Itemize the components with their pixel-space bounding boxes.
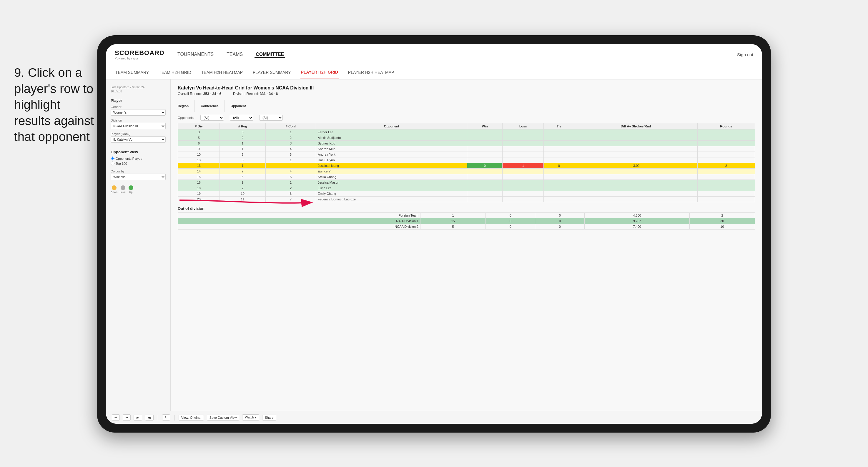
tab-team-summary[interactable]: TEAM SUMMARY bbox=[115, 65, 150, 79]
redo-button[interactable]: ↪ bbox=[123, 414, 131, 421]
table-cell: 1 bbox=[502, 163, 544, 168]
conference-select[interactable]: (All) bbox=[230, 115, 253, 121]
legend-up-text: Up bbox=[129, 191, 133, 194]
table-cell bbox=[544, 135, 575, 141]
table-cell bbox=[575, 185, 698, 191]
table-cell bbox=[698, 185, 755, 191]
tablet-screen: SCOREBOARD Powered by clippi TOURNAMENTS… bbox=[106, 44, 762, 424]
nav-teams[interactable]: TEAMS bbox=[225, 52, 244, 58]
player-section-title: Player bbox=[111, 98, 166, 103]
player-rank-label: Player (Rank) bbox=[111, 132, 166, 136]
region-select[interactable]: (All) bbox=[200, 115, 224, 121]
ood-table-row[interactable]: Foreign Team1004.5002 bbox=[178, 213, 755, 218]
toolbar-sep-2 bbox=[174, 415, 175, 421]
table-cell bbox=[575, 129, 698, 135]
table-cell: 7 bbox=[266, 196, 316, 202]
share-button[interactable]: Share bbox=[262, 415, 276, 421]
ood-table-cell: NAIA Division 1 bbox=[178, 218, 421, 224]
refresh-button[interactable]: ↻ bbox=[162, 414, 170, 421]
opponents-played-radio[interactable] bbox=[111, 157, 115, 160]
view-original-label: View: Original bbox=[181, 416, 201, 419]
table-row[interactable]: 131Jessica Huang010-3.002 bbox=[178, 163, 755, 168]
table-row[interactable]: 613Sydney Kuo bbox=[178, 141, 755, 146]
table-row[interactable]: 331Esther Lee bbox=[178, 129, 755, 135]
table-cell: Esther Lee bbox=[316, 129, 467, 135]
gender-select[interactable]: Women's bbox=[111, 109, 166, 116]
table-row[interactable]: 522Alexis Sudjianto bbox=[178, 135, 755, 141]
step-back-button[interactable]: ⏮ bbox=[133, 415, 142, 421]
tab-player-h2h-grid[interactable]: PLAYER H2H GRID bbox=[301, 65, 339, 79]
table-row[interactable]: 1331Haeju Hyun bbox=[178, 157, 755, 163]
ood-table-cell: 9.267 bbox=[585, 218, 689, 224]
logo-subtitle: Powered by clippi bbox=[115, 57, 164, 60]
table-row[interactable]: 1585Stella Chang bbox=[178, 174, 755, 180]
ood-table-row[interactable]: NCAA Division 25007.40010 bbox=[178, 224, 755, 229]
save-custom-view-button[interactable]: Save Custom View bbox=[207, 415, 240, 421]
table-cell bbox=[467, 157, 502, 163]
table-row[interactable]: 1822Euna Lee bbox=[178, 185, 755, 191]
sidebar-timestamp: Last Updated: 27/03/2024 16:55:38 bbox=[111, 85, 166, 94]
table-cell bbox=[467, 174, 502, 180]
filter-divider-2 bbox=[224, 100, 225, 112]
table-cell: 1 bbox=[220, 163, 266, 168]
table-cell bbox=[698, 174, 755, 180]
tab-player-h2h-heatmap[interactable]: PLAYER H2H HEATMAP bbox=[347, 65, 395, 79]
table-cell bbox=[502, 191, 544, 196]
nav-committee[interactable]: COMMITTEE bbox=[254, 52, 285, 58]
colour-by-select[interactable]: Win/loss bbox=[111, 174, 166, 180]
table-cell bbox=[467, 191, 502, 196]
tab-player-summary[interactable]: PLAYER SUMMARY bbox=[252, 65, 291, 79]
table-cell: 2 bbox=[266, 185, 316, 191]
filter-divider-1 bbox=[194, 100, 195, 112]
opponents-played-option[interactable]: Opponents Played bbox=[111, 157, 166, 160]
ood-table-cell: 0 bbox=[535, 218, 585, 224]
overall-record-value: 353 - 34 - 6 bbox=[203, 92, 221, 96]
table-row[interactable]: 1063Andrea York bbox=[178, 152, 755, 157]
table-cell: Federica Domecq Lacroze bbox=[316, 196, 467, 202]
table-cell: 15 bbox=[178, 174, 220, 180]
table-cell bbox=[502, 152, 544, 157]
tab-team-h2h-heatmap[interactable]: TEAM H2H HEATMAP bbox=[201, 65, 243, 79]
watch-button[interactable]: Watch ▾ bbox=[242, 414, 259, 421]
tab-team-h2h-grid[interactable]: TEAM H2H GRID bbox=[158, 65, 192, 79]
nav-tournaments[interactable]: TOURNAMENTS bbox=[176, 52, 215, 58]
table-cell bbox=[467, 180, 502, 185]
logo-title: SCOREBOARD bbox=[115, 49, 164, 57]
table-row[interactable]: 19106Emily Chang bbox=[178, 191, 755, 196]
records-row: Overall Record: 353 - 34 - 6 Division Re… bbox=[178, 92, 755, 96]
step-fwd-button[interactable]: ⏭ bbox=[145, 415, 154, 421]
top-100-option[interactable]: Top 100 bbox=[111, 161, 166, 165]
legend-down: Down bbox=[111, 185, 117, 194]
col-reg: # Reg bbox=[220, 123, 266, 129]
table-row[interactable]: 1474Eunice Yi bbox=[178, 168, 755, 174]
table-row[interactable]: 1691Jessica Mason bbox=[178, 180, 755, 185]
table-cell: 3 bbox=[266, 152, 316, 157]
table-cell bbox=[502, 196, 544, 202]
instruction-body: Click on a player's row to highlight res… bbox=[14, 66, 94, 144]
opponents-played-label: Opponents Played bbox=[116, 157, 143, 160]
opponent-select[interactable]: (All) bbox=[259, 115, 283, 121]
table-cell: Haeju Hyun bbox=[316, 157, 467, 163]
division-select[interactable]: NCAA Division III bbox=[111, 123, 166, 129]
nav-links: TOURNAMENTS TEAMS COMMITTEE bbox=[176, 52, 731, 58]
undo-button[interactable]: ↩ bbox=[112, 414, 120, 421]
table-cell: Jessica Huang bbox=[316, 163, 467, 168]
sign-out-button[interactable]: Sign out bbox=[731, 52, 753, 57]
ood-table-cell: 15 bbox=[421, 218, 486, 224]
table-row[interactable]: 914Sharon Mun bbox=[178, 146, 755, 152]
top-100-radio[interactable] bbox=[111, 161, 115, 165]
table-cell bbox=[575, 180, 698, 185]
table-cell: 3 bbox=[178, 129, 220, 135]
table-cell bbox=[502, 180, 544, 185]
table-cell: 13 bbox=[178, 157, 220, 163]
table-row[interactable]: 20117Federica Domecq Lacroze bbox=[178, 196, 755, 202]
table-cell bbox=[698, 152, 755, 157]
col-div: # Div bbox=[178, 123, 220, 129]
ood-table-row[interactable]: NAIA Division 115009.26730 bbox=[178, 218, 755, 224]
table-cell bbox=[502, 174, 544, 180]
view-original-button[interactable]: View: Original bbox=[179, 415, 204, 421]
table-cell: 1 bbox=[266, 129, 316, 135]
table-cell bbox=[698, 129, 755, 135]
main-content: Last Updated: 27/03/2024 16:55:38 Player… bbox=[106, 80, 762, 411]
player-rank-select[interactable]: 8. Katelyn Vo bbox=[111, 136, 166, 143]
